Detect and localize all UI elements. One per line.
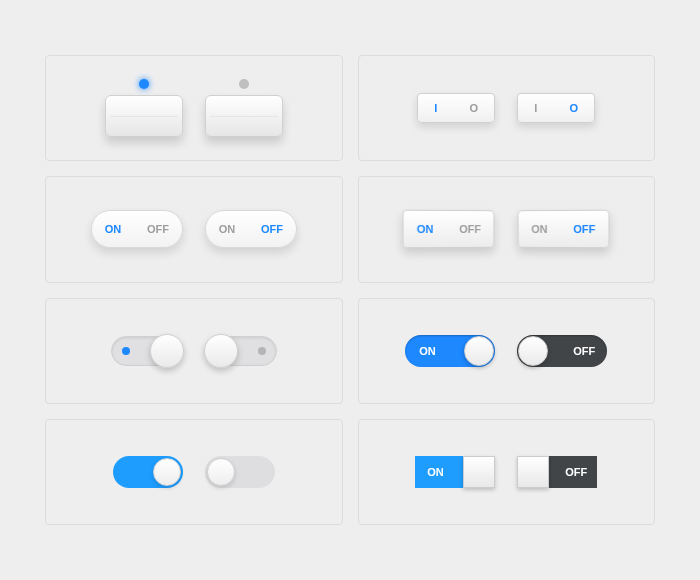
toggle-handle [207,458,235,486]
knob-toggle-on[interactable] [111,336,183,366]
labeled-toggle-on[interactable]: ON [405,335,495,367]
pill-switch-off[interactable]: ON OFF [205,210,297,248]
flip-body [105,95,183,137]
flip-switch-off[interactable] [205,79,283,137]
knob-handle [204,334,238,368]
i-icon: I [534,102,537,114]
pill-switch-on[interactable]: ON OFF [91,210,183,248]
flip-switch-on[interactable] [105,79,183,137]
on-label: ON [531,223,547,235]
rocker-switch-on[interactable]: I O [417,93,495,123]
square-toggle-on[interactable]: ON [415,456,495,488]
knob-handle [150,334,184,368]
off-label: OFF [261,223,283,235]
on-label: ON [105,223,122,235]
toggle-handle [463,456,495,488]
labeled-toggle-off[interactable]: OFF [517,335,607,367]
i-icon: I [434,102,437,114]
panel-bevel-switches: ON OFF ON OFF [358,176,656,282]
bevel-switch-on[interactable]: ON OFF [403,210,495,248]
o-icon: O [470,102,479,114]
toggle-handle [517,456,549,488]
led-indicator-icon [239,79,249,89]
bevel-switch-off[interactable]: ON OFF [518,210,610,248]
toggle-handle [518,336,548,366]
panel-rocker-switches: I O I O [358,55,656,161]
on-label: ON [427,466,444,478]
ios-toggle-on[interactable] [113,456,183,488]
dot-indicator-icon [258,347,266,355]
off-label: OFF [573,223,595,235]
led-indicator-icon [139,79,149,89]
toggle-handle [153,458,181,486]
knob-toggle-off[interactable] [205,336,277,366]
flip-body [205,95,283,137]
off-label: OFF [573,345,595,357]
toggle-handle [464,336,494,366]
o-icon: O [570,102,579,114]
panel-pill-switches: ON OFF ON OFF [45,176,343,282]
on-label: ON [219,223,236,235]
rocker-switch-off[interactable]: I O [517,93,595,123]
off-label: OFF [459,223,481,235]
off-label: OFF [565,466,587,478]
off-label: OFF [147,223,169,235]
dot-indicator-icon [122,347,130,355]
panel-square-toggles: ON OFF [358,419,656,525]
panel-labeled-toggles: ON OFF [358,298,656,404]
panel-flip-switches [45,55,343,161]
panel-knob-toggles [45,298,343,404]
ios-toggle-off[interactable] [205,456,275,488]
panel-ios-toggles [45,419,343,525]
on-label: ON [419,345,436,357]
on-label: ON [417,223,434,235]
square-toggle-off[interactable]: OFF [517,456,597,488]
